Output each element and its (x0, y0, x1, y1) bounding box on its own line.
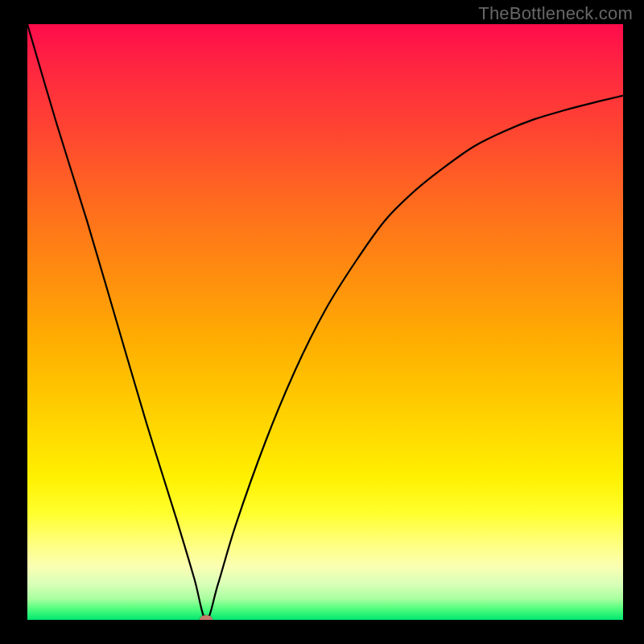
chart-container: TheBottleneck.com (0, 0, 644, 644)
plot-area (27, 24, 623, 620)
bottleneck-curve (27, 24, 623, 620)
minimum-marker (200, 615, 213, 620)
watermark-text: TheBottleneck.com (478, 3, 633, 24)
